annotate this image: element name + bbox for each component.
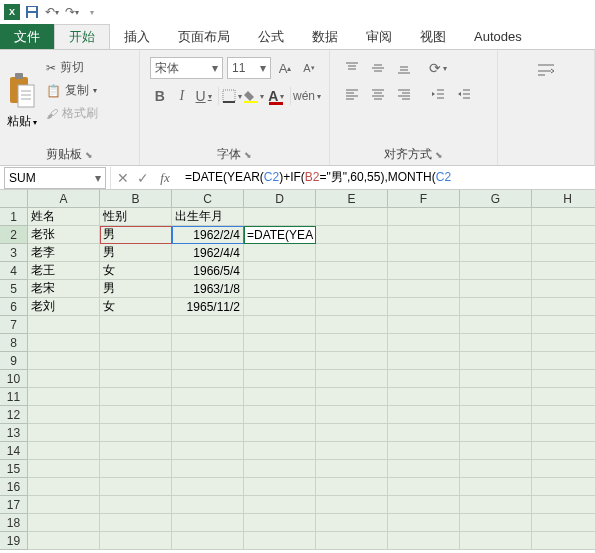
- cell[interactable]: [532, 370, 595, 388]
- cell[interactable]: [100, 334, 172, 352]
- redo-icon[interactable]: ↷▾: [64, 4, 80, 20]
- fill-color-button[interactable]: ▾: [244, 85, 264, 107]
- cell[interactable]: [460, 226, 532, 244]
- row-header[interactable]: 2: [0, 226, 28, 244]
- cell[interactable]: [388, 370, 460, 388]
- cell[interactable]: [532, 280, 595, 298]
- paste-button[interactable]: 粘贴▾: [6, 53, 42, 144]
- cell[interactable]: [316, 208, 388, 226]
- cell[interactable]: [388, 478, 460, 496]
- cell[interactable]: [460, 442, 532, 460]
- cell[interactable]: 女: [100, 262, 172, 280]
- cell[interactable]: [532, 316, 595, 334]
- cell[interactable]: 出生年月: [172, 208, 244, 226]
- cut-button[interactable]: ✂剪切: [46, 59, 98, 76]
- cell[interactable]: [172, 442, 244, 460]
- column-header[interactable]: B: [100, 190, 172, 208]
- cell[interactable]: [316, 298, 388, 316]
- cell[interactable]: [28, 496, 100, 514]
- cell[interactable]: [316, 424, 388, 442]
- row-header[interactable]: 13: [0, 424, 28, 442]
- row-header[interactable]: 1: [0, 208, 28, 226]
- cell[interactable]: [460, 244, 532, 262]
- cell[interactable]: 1962/2/4: [172, 226, 244, 244]
- cell[interactable]: [388, 298, 460, 316]
- cell[interactable]: [460, 406, 532, 424]
- cell[interactable]: [100, 370, 172, 388]
- cell[interactable]: [172, 406, 244, 424]
- decrease-font-button[interactable]: A▾: [299, 57, 319, 79]
- cell[interactable]: [100, 424, 172, 442]
- cell[interactable]: [172, 532, 244, 550]
- column-header[interactable]: D: [244, 190, 316, 208]
- cell[interactable]: [100, 352, 172, 370]
- cell[interactable]: [316, 226, 388, 244]
- font-size-input[interactable]: 11▾: [227, 57, 271, 79]
- cell[interactable]: [28, 442, 100, 460]
- cell[interactable]: [316, 262, 388, 280]
- cell[interactable]: [532, 226, 595, 244]
- tab-file[interactable]: 文件: [0, 24, 54, 49]
- cell[interactable]: [388, 262, 460, 280]
- row-header[interactable]: 17: [0, 496, 28, 514]
- cell[interactable]: [28, 424, 100, 442]
- tab-insert[interactable]: 插入: [110, 24, 164, 49]
- row-header[interactable]: 3: [0, 244, 28, 262]
- cell[interactable]: [532, 424, 595, 442]
- cell[interactable]: =DATE(YEA: [244, 226, 316, 244]
- cell[interactable]: [388, 226, 460, 244]
- cell[interactable]: 老王: [28, 262, 100, 280]
- copy-button[interactable]: 📋复制 ▾: [46, 82, 98, 99]
- cell[interactable]: [28, 532, 100, 550]
- cell[interactable]: [316, 388, 388, 406]
- cell[interactable]: [172, 370, 244, 388]
- cell[interactable]: [316, 352, 388, 370]
- cell[interactable]: [316, 478, 388, 496]
- name-box[interactable]: SUM▾: [4, 167, 106, 189]
- cell[interactable]: [28, 370, 100, 388]
- decrease-indent-button[interactable]: [426, 83, 450, 105]
- cell[interactable]: [316, 442, 388, 460]
- cell[interactable]: [244, 316, 316, 334]
- cell[interactable]: [388, 208, 460, 226]
- cell[interactable]: [388, 442, 460, 460]
- enter-icon[interactable]: ✓: [133, 167, 153, 189]
- cell[interactable]: [100, 496, 172, 514]
- row-header[interactable]: 9: [0, 352, 28, 370]
- cell[interactable]: [244, 514, 316, 532]
- row-header[interactable]: 19: [0, 532, 28, 550]
- cell[interactable]: [316, 532, 388, 550]
- row-header[interactable]: 14: [0, 442, 28, 460]
- cell[interactable]: [532, 514, 595, 532]
- cell[interactable]: [532, 208, 595, 226]
- cell[interactable]: 男: [100, 244, 172, 262]
- align-bottom-button[interactable]: [392, 57, 416, 79]
- cell[interactable]: [172, 424, 244, 442]
- column-header[interactable]: G: [460, 190, 532, 208]
- cell[interactable]: [532, 442, 595, 460]
- cell[interactable]: [532, 352, 595, 370]
- cell[interactable]: [460, 298, 532, 316]
- cell[interactable]: [460, 478, 532, 496]
- cell[interactable]: [28, 460, 100, 478]
- row-header[interactable]: 6: [0, 298, 28, 316]
- cell[interactable]: [388, 532, 460, 550]
- cell[interactable]: [388, 334, 460, 352]
- cell[interactable]: [460, 352, 532, 370]
- cell[interactable]: 1965/11/2: [172, 298, 244, 316]
- formula-input[interactable]: =DATE(YEAR(C2)+IF(B2="男",60,55),MONTH(C2: [179, 169, 595, 186]
- cell[interactable]: 男: [100, 226, 172, 244]
- cell[interactable]: [244, 352, 316, 370]
- cell[interactable]: [388, 514, 460, 532]
- cell[interactable]: [172, 316, 244, 334]
- cell[interactable]: [28, 334, 100, 352]
- column-header[interactable]: C: [172, 190, 244, 208]
- column-header[interactable]: F: [388, 190, 460, 208]
- row-header[interactable]: 8: [0, 334, 28, 352]
- cell[interactable]: [244, 406, 316, 424]
- cell[interactable]: [172, 496, 244, 514]
- cell[interactable]: [460, 208, 532, 226]
- cell[interactable]: [388, 496, 460, 514]
- cell[interactable]: [532, 298, 595, 316]
- cell[interactable]: [244, 496, 316, 514]
